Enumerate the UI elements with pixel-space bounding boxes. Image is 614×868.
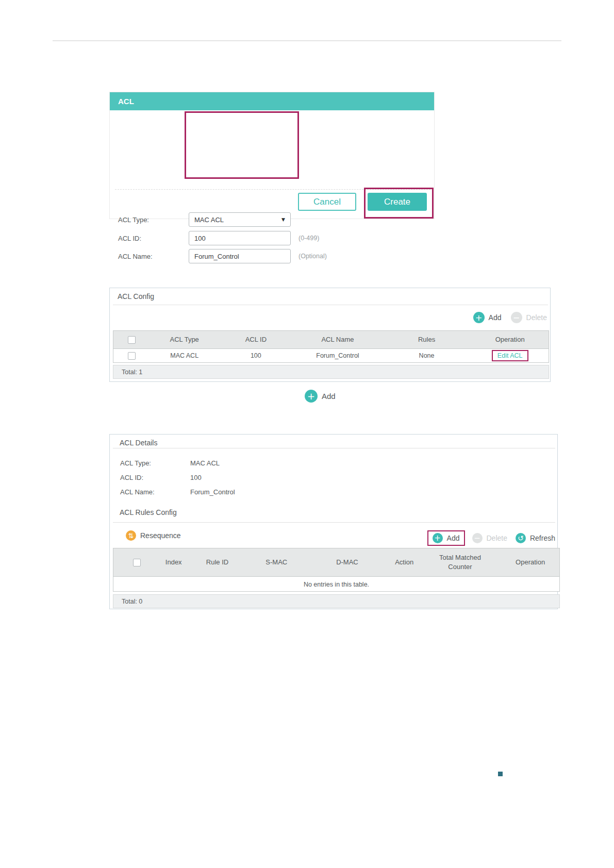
acl-name-input[interactable] xyxy=(189,249,291,263)
add-step-button[interactable]: + Add xyxy=(305,390,336,403)
acl-config-table: ACL Type ACL ID ACL Name Rules Operation… xyxy=(113,330,549,363)
rules-header-dmac: D-MAC xyxy=(305,548,390,576)
header-select-cell xyxy=(113,331,151,348)
details-acl-name-value: Forum_Control xyxy=(190,488,235,496)
acl-type-dropdown[interactable]: MAC ACL ▼ xyxy=(189,212,291,227)
acl-form-panel: ACL ACL Type: MAC ACL ▼ ACL ID: (0-499) … xyxy=(109,92,435,219)
acl-name-label: ACL Name: xyxy=(118,253,153,260)
acl-form-title: ACL xyxy=(118,97,134,106)
header-operation: Operation xyxy=(471,331,549,348)
rules-header-smac: S-MAC xyxy=(248,548,305,576)
acl-id-hint: (0-499) xyxy=(298,235,319,242)
rules-header-operation: Operation xyxy=(501,548,559,576)
edit-acl-link[interactable]: Edit ACL xyxy=(492,350,528,361)
acl-config-add-button[interactable]: + Add xyxy=(473,312,502,323)
header-acl-type: ACL Type xyxy=(151,331,219,348)
rules-empty-text: No entries in this table. xyxy=(304,581,369,588)
resequence-arrows-icon: ⇅ xyxy=(126,530,136,541)
add-step-label: Add xyxy=(322,392,336,400)
rules-header-select-cell xyxy=(113,548,161,576)
acl-details-panel: ACL Details ACL Type: MAC ACL ACL ID: 10… xyxy=(109,434,558,609)
acl-rules-delete-label: Delete xyxy=(487,534,507,542)
cell-acl-id: 100 xyxy=(219,349,294,362)
resequence-toolbar: ⇅ Resequence xyxy=(126,530,181,541)
resequence-button[interactable]: ⇅ Resequence xyxy=(126,530,181,541)
acl-rules-total-label: Total: 0 xyxy=(122,598,142,605)
highlight-box-form-fields xyxy=(185,111,299,179)
delete-minus-icon: − xyxy=(511,312,522,323)
rules-empty-row: No entries in this table. xyxy=(113,577,559,592)
details-acl-type-label: ACL Type: xyxy=(120,459,151,467)
cell-acl-name: Forum_Control xyxy=(293,349,382,362)
add-plus-icon: + xyxy=(305,390,318,403)
acl-rules-delete-button[interactable]: − Delete xyxy=(472,533,507,543)
acl-rules-table-header: Index Rule ID S-MAC D-MAC Action Total M… xyxy=(113,548,559,577)
details-acl-id-value: 100 xyxy=(190,474,202,481)
cancel-button[interactable]: Cancel xyxy=(298,193,356,211)
select-all-checkbox[interactable] xyxy=(128,336,136,344)
acl-rules-total-bar: Total: 0 xyxy=(113,594,560,608)
create-button[interactable]: Create xyxy=(368,193,427,211)
manual-page: ACL ACL Type: MAC ACL ▼ ACL ID: (0-499) … xyxy=(0,0,614,868)
acl-rules-config-title: ACL Rules Config xyxy=(120,508,177,516)
cancel-button-label: Cancel xyxy=(313,197,341,207)
acl-config-toolbar: + Add − Delete xyxy=(473,312,547,323)
resequence-label: Resequence xyxy=(140,531,181,540)
acl-config-total-bar: Total: 1 xyxy=(113,365,549,379)
details-acl-name-label: ACL Name: xyxy=(120,488,155,496)
acl-rules-refresh-button[interactable]: ↺ Refresh xyxy=(516,533,555,543)
create-button-label: Create xyxy=(384,197,410,207)
acl-config-delete-label: Delete xyxy=(526,313,547,322)
chevron-down-icon: ▼ xyxy=(281,217,285,222)
acl-id-label: ACL ID: xyxy=(118,235,141,242)
acl-details-title: ACL Details xyxy=(120,439,157,447)
acl-form-header: ACL xyxy=(110,92,434,110)
header-acl-name: ACL Name xyxy=(293,331,382,348)
header-rules: Rules xyxy=(382,331,472,348)
details-acl-id-label: ACL ID: xyxy=(120,474,143,481)
acl-config-table-header: ACL Type ACL ID ACL Name Rules Operation xyxy=(113,331,549,349)
rules-select-all-checkbox[interactable] xyxy=(133,559,141,566)
details-acl-type-value: MAC ACL xyxy=(190,459,220,467)
acl-config-delete-button[interactable]: − Delete xyxy=(511,312,547,323)
acl-config-add-label: Add xyxy=(489,313,502,322)
header-acl-id: ACL ID xyxy=(219,331,294,348)
cell-rules: None xyxy=(382,349,472,362)
acl-rules-title-divider xyxy=(113,522,555,523)
acl-rules-toolbar: + Add − Delete ↺ Refresh xyxy=(427,530,555,546)
acl-rules-add-button[interactable]: + Add xyxy=(427,530,465,546)
rules-header-action: Action xyxy=(390,548,419,576)
acl-rules-add-label: Add xyxy=(447,534,460,542)
acl-details-title-divider xyxy=(113,448,555,448)
acl-name-hint: (Optional) xyxy=(298,253,327,260)
rules-header-total-matched-counter: Total Matched Counter xyxy=(419,548,502,576)
acl-config-title-divider xyxy=(113,305,548,305)
page-top-divider xyxy=(53,40,561,41)
acl-type-dropdown-value: MAC ACL xyxy=(194,216,224,224)
acl-rules-table: Index Rule ID S-MAC D-MAC Action Total M… xyxy=(113,548,560,592)
row-checkbox[interactable] xyxy=(128,352,136,360)
acl-id-input[interactable] xyxy=(189,231,291,245)
table-row: MAC ACL 100 Forum_Control None Edit ACL xyxy=(113,349,549,362)
cell-operation: Edit ACL xyxy=(471,349,549,362)
add-step: + Add xyxy=(305,390,336,403)
acl-config-panel: ACL Config + Add − Delete ACL Type ACL I… xyxy=(109,288,551,382)
acl-config-title: ACL Config xyxy=(118,292,154,301)
cell-acl-type: MAC ACL xyxy=(151,349,219,362)
add-plus-icon: + xyxy=(473,312,485,323)
form-button-separator xyxy=(115,189,430,190)
rules-header-index: Index xyxy=(161,548,187,576)
acl-rules-refresh-label: Refresh xyxy=(530,534,555,542)
row-select-cell xyxy=(113,349,151,362)
add-plus-icon: + xyxy=(433,533,443,543)
footer-page-marker xyxy=(498,772,503,776)
acl-type-label: ACL Type: xyxy=(118,216,149,224)
refresh-icon: ↺ xyxy=(516,533,526,543)
rules-header-total-matched-counter-text: Total Matched Counter xyxy=(434,553,486,571)
rules-header-rule-id: Rule ID xyxy=(187,548,248,576)
acl-config-total-label: Total: 1 xyxy=(122,369,142,376)
delete-minus-icon: − xyxy=(472,533,483,543)
